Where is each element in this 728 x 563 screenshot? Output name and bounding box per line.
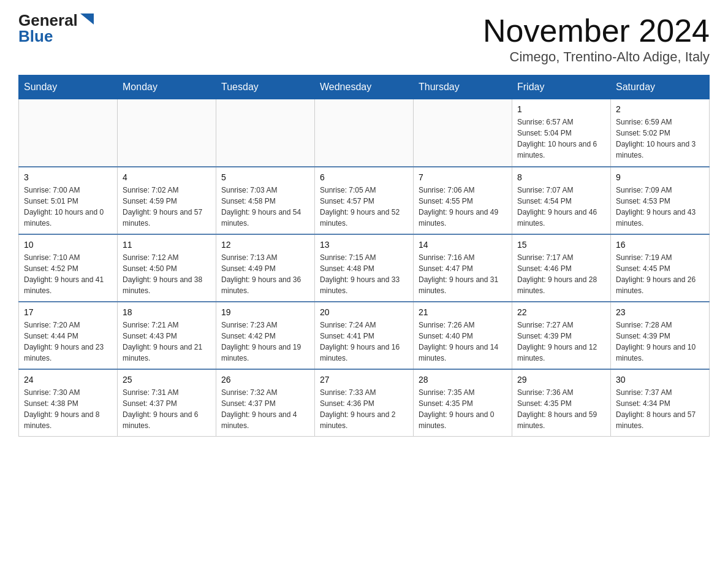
day-info: Sunrise: 7:15 AMSunset: 4:48 PMDaylight:… <box>320 252 408 296</box>
week-row-1: 1Sunrise: 6:57 AMSunset: 5:04 PMDaylight… <box>19 99 710 167</box>
calendar-cell: 15Sunrise: 7:17 AMSunset: 4:46 PMDayligh… <box>512 234 611 302</box>
day-number: 27 <box>320 375 408 385</box>
week-row-2: 3Sunrise: 7:00 AMSunset: 5:01 PMDaylight… <box>19 167 710 234</box>
day-info: Sunrise: 7:37 AMSunset: 4:34 PMDaylight:… <box>616 387 704 431</box>
calendar-cell <box>315 99 414 167</box>
calendar-cell: 21Sunrise: 7:26 AMSunset: 4:40 PMDayligh… <box>414 302 512 369</box>
day-info: Sunrise: 7:19 AMSunset: 4:45 PMDaylight:… <box>616 252 704 296</box>
day-info: Sunrise: 7:35 AMSunset: 4:35 PMDaylight:… <box>419 387 507 431</box>
day-number: 4 <box>123 172 211 182</box>
day-info: Sunrise: 7:00 AMSunset: 5:01 PMDaylight:… <box>24 185 112 229</box>
calendar-table: SundayMondayTuesdayWednesdayThursdayFrid… <box>18 75 710 437</box>
month-title: November 2024 <box>483 12 710 49</box>
day-info: Sunrise: 7:24 AMSunset: 4:41 PMDaylight:… <box>320 320 408 364</box>
day-info: Sunrise: 7:02 AMSunset: 4:59 PMDaylight:… <box>123 185 211 229</box>
day-info: Sunrise: 7:27 AMSunset: 4:39 PMDaylight:… <box>517 320 605 364</box>
calendar-cell: 14Sunrise: 7:16 AMSunset: 4:47 PMDayligh… <box>414 234 512 302</box>
day-number: 15 <box>517 240 605 250</box>
day-number: 10 <box>24 240 112 250</box>
day-number: 28 <box>419 375 507 385</box>
day-number: 7 <box>419 172 507 182</box>
day-header-monday: Monday <box>118 75 216 99</box>
svg-marker-0 <box>80 13 94 25</box>
day-info: Sunrise: 7:30 AMSunset: 4:38 PMDaylight:… <box>24 387 112 431</box>
calendar-cell: 6Sunrise: 7:05 AMSunset: 4:57 PMDaylight… <box>315 167 414 234</box>
day-info: Sunrise: 7:12 AMSunset: 4:50 PMDaylight:… <box>123 252 211 296</box>
day-info: Sunrise: 6:59 AMSunset: 5:02 PMDaylight:… <box>616 117 704 161</box>
calendar-cell: 17Sunrise: 7:20 AMSunset: 4:44 PMDayligh… <box>19 302 118 369</box>
day-number: 18 <box>123 307 211 317</box>
week-row-4: 17Sunrise: 7:20 AMSunset: 4:44 PMDayligh… <box>19 302 710 369</box>
calendar-cell: 1Sunrise: 6:57 AMSunset: 5:04 PMDaylight… <box>512 99 611 167</box>
day-number: 22 <box>517 307 605 317</box>
calendar-cell: 7Sunrise: 7:06 AMSunset: 4:55 PMDaylight… <box>414 167 512 234</box>
day-number: 24 <box>24 375 112 385</box>
day-info: Sunrise: 7:23 AMSunset: 4:42 PMDaylight:… <box>221 320 309 364</box>
day-info: Sunrise: 7:17 AMSunset: 4:46 PMDaylight:… <box>517 252 605 296</box>
day-number: 2 <box>616 104 704 114</box>
calendar-cell <box>19 99 118 167</box>
calendar-cell: 27Sunrise: 7:33 AMSunset: 4:36 PMDayligh… <box>315 369 414 437</box>
calendar-cell: 13Sunrise: 7:15 AMSunset: 4:48 PMDayligh… <box>315 234 414 302</box>
day-info: Sunrise: 7:16 AMSunset: 4:47 PMDaylight:… <box>419 252 507 296</box>
day-info: Sunrise: 7:03 AMSunset: 4:58 PMDaylight:… <box>221 185 309 229</box>
day-number: 13 <box>320 240 408 250</box>
logo-blue-text: Blue <box>18 28 53 44</box>
day-number: 16 <box>616 240 704 250</box>
calendar-cell: 16Sunrise: 7:19 AMSunset: 4:45 PMDayligh… <box>611 234 710 302</box>
day-number: 14 <box>419 240 507 250</box>
week-row-3: 10Sunrise: 7:10 AMSunset: 4:52 PMDayligh… <box>19 234 710 302</box>
calendar-cell: 10Sunrise: 7:10 AMSunset: 4:52 PMDayligh… <box>19 234 118 302</box>
day-number: 8 <box>517 172 605 182</box>
logo: General Blue <box>18 12 94 44</box>
day-number: 12 <box>221 240 309 250</box>
calendar-cell <box>414 99 512 167</box>
day-number: 20 <box>320 307 408 317</box>
calendar-cell: 29Sunrise: 7:36 AMSunset: 4:35 PMDayligh… <box>512 369 611 437</box>
day-header-sunday: Sunday <box>19 75 118 99</box>
day-info: Sunrise: 7:07 AMSunset: 4:54 PMDaylight:… <box>517 185 605 229</box>
week-row-5: 24Sunrise: 7:30 AMSunset: 4:38 PMDayligh… <box>19 369 710 437</box>
day-header-tuesday: Tuesday <box>216 75 315 99</box>
calendar-cell: 5Sunrise: 7:03 AMSunset: 4:58 PMDaylight… <box>216 167 315 234</box>
calendar-cell: 9Sunrise: 7:09 AMSunset: 4:53 PMDaylight… <box>611 167 710 234</box>
calendar-cell: 18Sunrise: 7:21 AMSunset: 4:43 PMDayligh… <box>118 302 216 369</box>
calendar-cell: 20Sunrise: 7:24 AMSunset: 4:41 PMDayligh… <box>315 302 414 369</box>
calendar-cell: 26Sunrise: 7:32 AMSunset: 4:37 PMDayligh… <box>216 369 315 437</box>
day-number: 21 <box>419 307 507 317</box>
logo-general-text: General <box>18 12 78 28</box>
calendar-cell <box>118 99 216 167</box>
day-header-thursday: Thursday <box>414 75 512 99</box>
day-header-wednesday: Wednesday <box>315 75 414 99</box>
calendar-cell: 23Sunrise: 7:28 AMSunset: 4:39 PMDayligh… <box>611 302 710 369</box>
day-number: 11 <box>123 240 211 250</box>
day-number: 29 <box>517 375 605 385</box>
logo-triangle-icon <box>80 13 94 25</box>
day-info: Sunrise: 7:28 AMSunset: 4:39 PMDaylight:… <box>616 320 704 364</box>
title-area: November 2024 Cimego, Trentino-Alto Adig… <box>483 12 710 65</box>
calendar-cell: 22Sunrise: 7:27 AMSunset: 4:39 PMDayligh… <box>512 302 611 369</box>
calendar-cell: 25Sunrise: 7:31 AMSunset: 4:37 PMDayligh… <box>118 369 216 437</box>
calendar-cell: 4Sunrise: 7:02 AMSunset: 4:59 PMDaylight… <box>118 167 216 234</box>
day-number: 5 <box>221 172 309 182</box>
calendar-cell: 24Sunrise: 7:30 AMSunset: 4:38 PMDayligh… <box>19 369 118 437</box>
day-number: 26 <box>221 375 309 385</box>
calendar-cell: 19Sunrise: 7:23 AMSunset: 4:42 PMDayligh… <box>216 302 315 369</box>
day-headers-row: SundayMondayTuesdayWednesdayThursdayFrid… <box>19 75 710 99</box>
calendar-cell: 3Sunrise: 7:00 AMSunset: 5:01 PMDaylight… <box>19 167 118 234</box>
day-info: Sunrise: 7:26 AMSunset: 4:40 PMDaylight:… <box>419 320 507 364</box>
day-info: Sunrise: 6:57 AMSunset: 5:04 PMDaylight:… <box>517 117 605 161</box>
day-info: Sunrise: 7:05 AMSunset: 4:57 PMDaylight:… <box>320 185 408 229</box>
day-header-saturday: Saturday <box>611 75 710 99</box>
day-info: Sunrise: 7:21 AMSunset: 4:43 PMDaylight:… <box>123 320 211 364</box>
calendar-cell: 11Sunrise: 7:12 AMSunset: 4:50 PMDayligh… <box>118 234 216 302</box>
calendar-cell: 12Sunrise: 7:13 AMSunset: 4:49 PMDayligh… <box>216 234 315 302</box>
header: General Blue November 2024 Cimego, Trent… <box>18 12 710 65</box>
day-header-friday: Friday <box>512 75 611 99</box>
day-number: 17 <box>24 307 112 317</box>
day-number: 19 <box>221 307 309 317</box>
day-info: Sunrise: 7:06 AMSunset: 4:55 PMDaylight:… <box>419 185 507 229</box>
day-number: 3 <box>24 172 112 182</box>
day-number: 23 <box>616 307 704 317</box>
calendar-cell: 2Sunrise: 6:59 AMSunset: 5:02 PMDaylight… <box>611 99 710 167</box>
